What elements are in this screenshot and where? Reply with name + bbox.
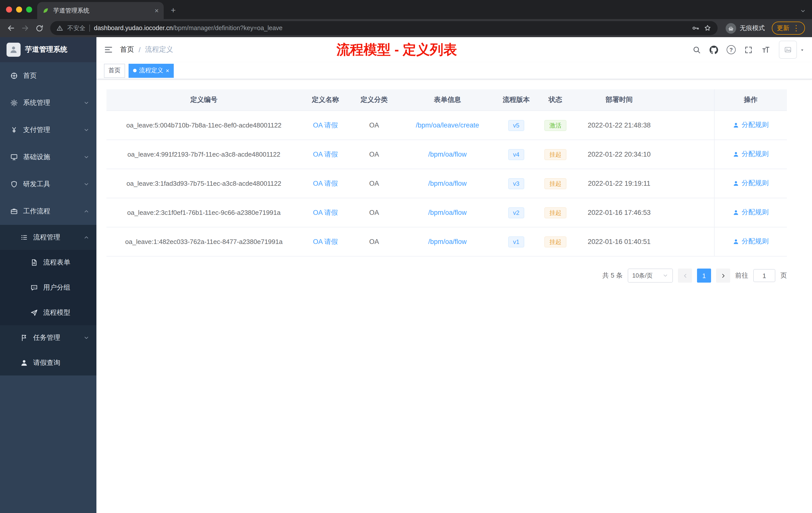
definition-name-link[interactable]: OA 请假 [313, 209, 338, 216]
close-tab-icon[interactable]: × [155, 7, 159, 14]
page-size-value: 10条/页 [632, 271, 652, 280]
chevron-down-icon [83, 181, 89, 187]
yen-icon [10, 126, 18, 134]
browser-tab-strip: 芋道管理系统 × + [0, 0, 812, 19]
sidebar-item-workflow[interactable]: 工作流程 [0, 198, 96, 225]
font-size-icon [761, 45, 770, 54]
github-button[interactable] [709, 46, 718, 54]
sidebar-item-home[interactable]: 首页 [0, 62, 96, 89]
assign-rule-link[interactable]: 分配规则 [733, 121, 769, 130]
column-header: 定义名称 [301, 89, 349, 111]
form-info-link[interactable]: /bpm/oa/leave/create [416, 121, 479, 129]
actions-cell: 分配规则 [714, 140, 787, 169]
spacer-cell [664, 140, 714, 169]
back-button[interactable] [4, 21, 18, 35]
definition-name-link[interactable]: OA 请假 [313, 121, 338, 129]
tag-process-definition[interactable]: 流程定义 × [128, 63, 174, 78]
close-tag-icon[interactable]: × [166, 67, 169, 73]
sidebar-item-system[interactable]: 系统管理 [0, 89, 96, 117]
sidebar-item-devtools[interactable]: 研发工具 [0, 171, 96, 198]
goto-page-input[interactable] [753, 269, 775, 282]
search-button[interactable] [693, 46, 701, 54]
help-icon[interactable]: ? [727, 45, 736, 54]
next-page-button[interactable] [716, 269, 730, 282]
assign-rule-label: 分配规则 [742, 237, 769, 246]
avatar [779, 41, 797, 59]
sidebar-item-leave-query[interactable]: 请假查询 [0, 350, 96, 375]
gear-icon [10, 99, 18, 107]
minimize-window-button[interactable] [16, 6, 22, 12]
version-badge: v2 [508, 207, 524, 218]
sidebar-item-process-model[interactable]: 流程模型 [0, 300, 96, 325]
menu-kebab-icon[interactable]: ⋮ [792, 24, 800, 33]
prev-page-button[interactable] [678, 269, 692, 282]
browser-tab[interactable]: 芋道管理系统 × [37, 2, 164, 19]
definition-name-link[interactable]: OA 请假 [313, 179, 338, 187]
page-size-select[interactable]: 10条/页 [628, 269, 673, 282]
navbar-actions: ? [693, 37, 805, 62]
definition-name-cell: OA 请假 [301, 140, 349, 169]
address-bar[interactable]: 不安全 dashboard.yudao.iocoder.cn/bpm/manag… [50, 21, 718, 35]
url-host: dashboard.yudao.iocoder.cn [94, 25, 173, 32]
assign-rule-link[interactable]: 分配规则 [733, 237, 769, 246]
sidebar-item-user-group[interactable]: 用户分组 [0, 275, 96, 300]
update-button[interactable]: 更新 ⋮ [772, 22, 805, 35]
security-label[interactable]: 不安全 [67, 24, 85, 32]
process-management-submenu: 流程表单 用户分组 流程模型 [0, 250, 96, 325]
font-size-button[interactable] [761, 45, 770, 54]
sidebar-collapse-button[interactable] [96, 37, 120, 62]
process-version-cell: v5 [496, 111, 536, 140]
tab-search-chevron-icon[interactable] [800, 8, 806, 14]
warning-icon [56, 25, 63, 32]
reload-button[interactable] [32, 21, 46, 35]
app-logo: 芋道管理系统 [0, 37, 96, 62]
tag-home[interactable]: 首页 [104, 63, 125, 78]
close-window-button[interactable] [6, 6, 12, 12]
sidebar-item-process-management[interactable]: 流程管理 [0, 225, 96, 250]
sidebar-item-process-form[interactable]: 流程表单 [0, 250, 96, 275]
new-tab-button[interactable]: + [167, 4, 180, 17]
star-icon[interactable] [703, 24, 712, 32]
status-cell: 激活 [536, 111, 575, 140]
definition-name-link[interactable]: OA 请假 [313, 238, 338, 245]
form-info-link[interactable]: /bpm/oa/flow [428, 180, 466, 187]
browser-toolbar: 不安全 dashboard.yudao.iocoder.cn/bpm/manag… [0, 19, 812, 37]
breadcrumb-home[interactable]: 首页 [120, 45, 134, 54]
chevron-right-icon [720, 272, 726, 279]
column-header: 定义分类 [349, 89, 399, 111]
column-header: 定义编号 [107, 89, 301, 111]
process-version-cell: v4 [496, 140, 536, 169]
fullscreen-icon [744, 46, 753, 54]
page-number-1[interactable]: 1 [697, 269, 711, 282]
fullscreen-button[interactable] [744, 46, 753, 54]
version-badge: v1 [508, 236, 524, 247]
sidebar-item-label: 流程管理 [33, 233, 60, 242]
form-info-link[interactable]: /bpm/oa/flow [428, 209, 466, 216]
actions-cell: 分配规则 [714, 198, 787, 227]
key-icon[interactable] [692, 24, 699, 32]
column-header: 流程版本 [496, 89, 536, 111]
sidebar-item-payment[interactable]: 支付管理 [0, 117, 96, 144]
spacer-cell [664, 169, 714, 198]
definition-name-link[interactable]: OA 请假 [313, 150, 338, 158]
assign-rule-link[interactable]: 分配规则 [733, 179, 769, 188]
hamburger-icon [104, 45, 113, 54]
zoom-window-button[interactable] [26, 6, 32, 12]
form-info-link[interactable]: /bpm/oa/flow [428, 151, 466, 158]
definition-category-cell: OA [349, 111, 399, 140]
deploy-time-cell: 2022-01-16 01:40:51 [575, 227, 664, 256]
assign-rule-link[interactable]: 分配规则 [733, 150, 769, 159]
user-avatar-menu[interactable] [779, 41, 805, 59]
url-text: dashboard.yudao.iocoder.cn/bpm/manager/d… [94, 25, 688, 32]
forward-button[interactable] [18, 21, 32, 35]
definition-name-cell: OA 请假 [301, 111, 349, 140]
form-info-link[interactable]: /bpm/oa/flow [428, 238, 466, 245]
sidebar-item-label: 基础设施 [23, 153, 50, 162]
chat-icon [30, 283, 38, 292]
sidebar-item-infrastructure[interactable]: 基础设施 [0, 144, 96, 171]
assign-rule-link[interactable]: 分配规则 [733, 208, 769, 217]
definition-category-cell: OA [349, 227, 399, 256]
column-header: 表单信息 [399, 89, 496, 111]
sidebar-item-task-management[interactable]: 任务管理 [0, 325, 96, 350]
user-icon [733, 122, 739, 128]
